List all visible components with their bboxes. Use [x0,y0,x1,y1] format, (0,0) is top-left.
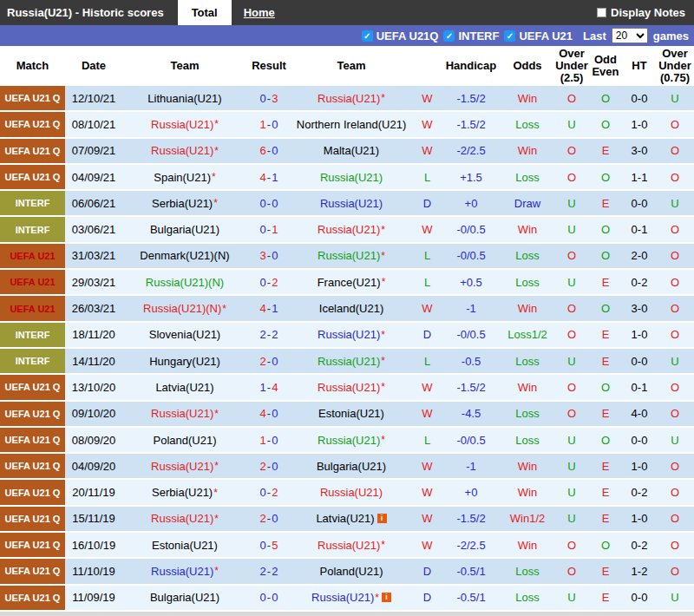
over-under-25: O [555,559,588,583]
competition-badge: UEFA U21 Q [0,375,65,399]
date-cell: 18/11/20 [65,323,122,347]
odds-result: Draw [500,191,555,215]
away-team-asterisk: * [382,276,386,288]
home-team: Slovenia(U21) [122,323,247,347]
score: 6-0 [247,139,291,163]
away-team: Russia(U21)* [291,323,412,347]
score: 2-0 [247,507,291,531]
score: 0-3 [247,86,291,110]
score: 0-2 [247,270,291,294]
score-home: 0 [260,591,266,604]
odds-result: Win [500,296,555,320]
odd-even: O [588,375,623,399]
score: 2-0 [247,349,291,373]
handicap: +0 [442,480,500,504]
odds-result: Win [500,454,555,478]
tab-total[interactable]: Total [178,0,232,25]
ht-score: 0-1 [623,217,656,241]
away-team: Russia(U21)* [291,375,412,399]
score-home: 4 [260,407,266,420]
table-row: UEFA U21 Q 13/10/20 Latvia(U21) 1-4 Russ… [0,375,694,399]
home-team: Russia(U21)* [122,559,247,583]
checkbox-checked-icon[interactable]: ✓ [504,30,515,42]
odds-result: Loss [500,428,555,452]
table-body: UEFA U21 Q 12/10/21 Lithuania(U21) 0-3 R… [0,86,694,612]
odd-even: E [588,480,623,504]
competition-label: UEFA U21 Q [5,540,61,550]
checkbox-checked-icon[interactable]: ✓ [443,30,455,42]
odds-result: Loss [500,559,555,583]
score-home: 2 [260,460,266,473]
competition-label: UEFA U21 Q [5,461,61,471]
table-row: INTERF 03/06/21 Bulgaria(U21) 0-1 Russia… [0,217,694,241]
over-under-25: O [555,296,588,320]
home-team: Denmark(U21)(N) [122,244,247,268]
odds-result: Loss [500,112,555,136]
checkbox-checked-icon[interactable]: ✓ [362,30,373,42]
table-row: UEFA U21 Q 04/09/20 Russia(U21)* 2-0 Bul… [0,454,694,478]
score: 4-0 [247,402,291,426]
competition-label: UEFA U21 Q [5,93,61,103]
table-row: UEFA U21 Q 07/09/21 Russia(U21)* 6-0 Mal… [0,139,694,163]
home-team: Poland(U21) [122,428,247,452]
result-letter: W [412,507,442,531]
away-team: Russia(U21) [291,165,412,189]
away-team: Malta(U21) [291,139,412,163]
over-under-075: U [656,349,694,373]
score: 0-2 [247,480,291,504]
over-under-075: O [656,375,694,399]
home-team-name: Russia(U21) [151,144,213,157]
app-window: Russia(U21) - Historic scores Total Home… [0,0,694,616]
home-team-asterisk: * [214,460,219,472]
home-team: Serbia(U21)* [122,480,247,504]
away-team-name: France(U21) [318,276,381,289]
score: 0-0 [247,586,291,610]
away-team-name: Russia(U21) [318,434,380,447]
result-letter: W [412,533,442,557]
over-under-25: U [555,270,588,294]
score-home: 4 [260,302,266,315]
away-team-name: Russia(U21) [311,591,374,604]
table-row: UEFA U21 31/03/21 Denmark(U21)(N) 3-0 Ru… [0,244,694,268]
home-team: Lithuania(U21) [122,86,247,110]
away-team-name: Russia(U21) [318,223,380,236]
home-team-name: Slovenia(U21) [149,328,220,341]
score-home: 1 [260,381,266,394]
away-team-name: Latvia(U21) [316,512,374,525]
handicap: -0.5/1 [442,559,500,583]
score: 4-1 [247,165,291,189]
over-under-25: U [555,217,588,241]
odd-even: O [588,112,623,136]
home-team-name: Denmark(U21)(N) [140,249,229,262]
table-row: UEFA U21 Q 11/09/19 Bulgaria(U21) 0-0 Ru… [0,586,694,610]
ht-score: 3-0 [623,296,656,320]
home-team: Russia(U21)* [122,112,247,136]
result-letter: D [412,323,442,347]
away-team-name: Russia(U21) [318,381,380,394]
score-away: 0 [272,434,278,447]
result-letter: L [412,244,442,268]
ht-score: 0-0 [623,86,656,110]
competition-badge: UEFA U21 Q [0,559,65,583]
col-header-spacer [412,46,442,86]
score-home: 6 [260,144,266,157]
score-away: 5 [272,539,278,552]
home-team-name: Russia(U21) [151,565,213,578]
filter-interf: ✓ INTERF [443,29,499,43]
score-away: 0 [272,591,278,604]
away-team-name: Poland(U21) [320,565,383,578]
odd-even: E [588,507,623,531]
away-team: Poland(U21) [291,559,412,583]
over-under-25: U [555,428,588,452]
display-notes-checkbox[interactable] [597,8,606,17]
over-under-075: O [656,454,694,478]
table-row: UEFA U21 Q 20/11/19 Serbia(U21)* 0-2 Rus… [0,480,694,504]
odd-even: O [588,244,623,268]
last-games-select[interactable]: 20 [612,28,648,43]
home-team: Russia(U21)* [122,139,247,163]
tab-home[interactable]: Home [239,0,280,25]
ht-score: 2-0 [623,244,656,268]
handicap: -0/0.5 [442,323,500,347]
col-header-result: Result [247,46,291,86]
home-team-name: Latvia(U21) [155,381,213,394]
